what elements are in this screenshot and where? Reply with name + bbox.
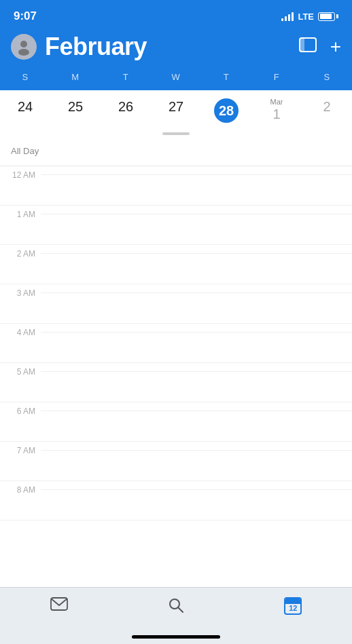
time-label-8am: 8 AM xyxy=(0,481,41,495)
time-slot-7am: 7 AM xyxy=(0,442,352,481)
time-grid[interactable]: 12 AM 1 AM 2 AM 3 AM 4 AM 5 AM 6 AM 7 AM… xyxy=(0,166,352,561)
scroll-indicator xyxy=(0,128,352,136)
day-header-row: S M T W T F S xyxy=(0,69,352,90)
time-label-6am: 6 AM xyxy=(0,402,41,416)
tab-calendar[interactable]: 12 xyxy=(273,594,313,618)
all-day-row: All Day xyxy=(0,136,352,166)
battery-icon xyxy=(318,12,338,21)
time-label-12am: 12 AM xyxy=(0,166,41,180)
time-slot-1am: 1 AM xyxy=(0,206,352,245)
week-day-mar2[interactable]: 2 xyxy=(302,96,352,126)
week-day-27[interactable]: 27 xyxy=(151,96,201,126)
time-label-7am: 7 AM xyxy=(0,442,41,455)
time-slot-5am: 5 AM xyxy=(0,363,352,402)
time-label-3am: 3 AM xyxy=(0,284,41,298)
svg-point-0 xyxy=(20,41,27,48)
svg-point-1 xyxy=(18,49,29,56)
time-slot-4am: 4 AM xyxy=(0,324,352,363)
time-label-5am: 5 AM xyxy=(0,363,41,377)
header: February + xyxy=(0,30,352,69)
week-day-28-today[interactable]: 28 xyxy=(201,96,251,126)
time-slot-6am: 6 AM xyxy=(0,402,352,442)
day-header-thu: T xyxy=(201,69,251,85)
all-day-label: All Day xyxy=(11,146,46,156)
status-bar: 9:07 LTE xyxy=(0,0,352,30)
week-day-mar1[interactable]: Mar 1 xyxy=(251,96,302,126)
signal-icon xyxy=(281,12,294,21)
avatar[interactable] xyxy=(11,34,37,60)
time-slot-2am: 2 AM xyxy=(0,245,352,284)
time-slot-3am: 3 AM xyxy=(0,284,352,324)
day-header-wed: W xyxy=(151,69,201,85)
svg-rect-4 xyxy=(51,598,67,610)
tab-search[interactable] xyxy=(157,594,195,619)
time-slot-8am: 8 AM xyxy=(0,481,352,520)
lte-label: LTE xyxy=(298,12,314,22)
week-row: 24 25 26 27 28 Mar 1 2 xyxy=(0,90,352,128)
tab-mail[interactable] xyxy=(39,594,79,618)
day-header-sun: S xyxy=(0,69,50,85)
time-label-2am: 2 AM xyxy=(0,245,41,259)
mail-icon xyxy=(50,597,68,615)
home-indicator xyxy=(132,635,220,639)
time-label-1am: 1 AM xyxy=(0,206,41,219)
day-header-sat: S xyxy=(302,69,352,85)
day-header-fri: F xyxy=(251,69,302,85)
status-icons: LTE xyxy=(281,12,338,22)
scroll-pill xyxy=(162,132,190,135)
day-header-tue: T xyxy=(101,69,151,85)
calendar-view-button[interactable] xyxy=(299,37,317,56)
header-right: + xyxy=(299,37,341,56)
svg-line-6 xyxy=(178,608,183,613)
week-day-25[interactable]: 25 xyxy=(50,96,101,126)
time-slot-12am: 12 AM xyxy=(0,166,352,206)
status-time: 9:07 xyxy=(14,10,37,23)
week-day-24[interactable]: 24 xyxy=(0,96,50,126)
svg-rect-3 xyxy=(300,38,304,52)
add-event-button[interactable]: + xyxy=(330,37,341,56)
header-left: February xyxy=(11,33,147,61)
calendar-tab-icon: 12 xyxy=(284,597,302,615)
time-label-4am: 4 AM xyxy=(0,324,41,337)
search-icon xyxy=(168,597,184,616)
day-header-mon: M xyxy=(50,69,101,85)
month-title: February xyxy=(45,33,147,61)
week-day-26[interactable]: 26 xyxy=(101,96,151,126)
